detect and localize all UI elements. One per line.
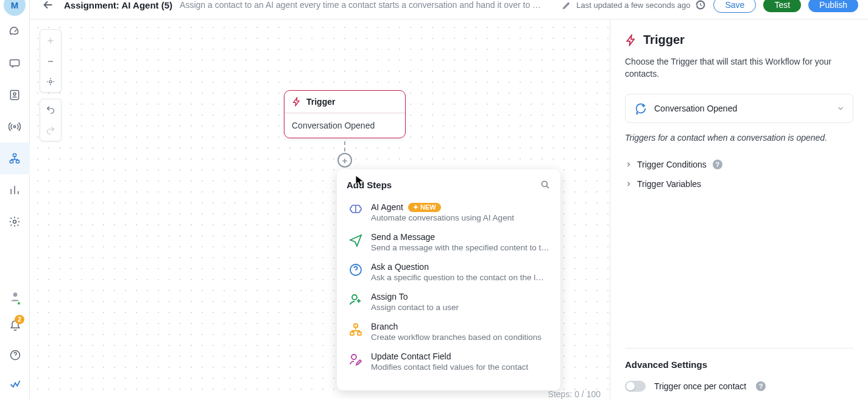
chat-icon xyxy=(9,57,21,69)
advanced-settings: Advanced Settings Trigger once per conta… xyxy=(625,348,853,399)
step-option-update-contact-field[interactable]: Update Contact Field Modifies contact fi… xyxy=(347,347,556,376)
sidebar-item-broadcast[interactable] xyxy=(0,111,30,143)
help-icon xyxy=(9,349,21,361)
svg-rect-15 xyxy=(354,324,358,327)
target-icon xyxy=(46,77,55,87)
new-badge: ✦ NEW xyxy=(408,203,441,212)
workflow-title[interactable]: Assignment: AI Agent (5) xyxy=(64,0,172,10)
trigger-variables-row[interactable]: Trigger Variables xyxy=(625,174,853,194)
step-title: Send a Message xyxy=(371,232,435,242)
publish-button[interactable]: Publish xyxy=(808,0,858,12)
assign-icon xyxy=(348,292,363,307)
step-option-ai-agent[interactable]: AI Agent ✦ NEW Automate conversations us… xyxy=(347,197,556,227)
chevron-right-icon xyxy=(625,180,632,188)
sidebar-item-inbox[interactable] xyxy=(0,48,30,79)
add-steps-popover: Add Steps AI Agent ✦ NEW Automate conver… xyxy=(337,169,560,390)
zoom-in-button[interactable]: ＋ xyxy=(40,30,61,51)
workflow-header: Assignment: AI Agent (5) Assign a contac… xyxy=(30,0,868,19)
advanced-settings-title: Advanced Settings xyxy=(625,359,853,370)
svg-point-8 xyxy=(13,292,17,297)
trigger-select[interactable]: Conversation Opened xyxy=(625,94,853,123)
step-title: Ask a Question xyxy=(371,262,429,272)
trigger-panel: Trigger Choose the Trigger that will sta… xyxy=(610,19,868,399)
pencil-icon xyxy=(562,1,571,10)
trigger-node-title: Trigger xyxy=(306,97,335,107)
brand-icon xyxy=(9,378,21,390)
trigger-select-label: Conversation Opened xyxy=(654,104,829,113)
sidebar-item-dashboard[interactable] xyxy=(0,16,30,48)
add-steps-title: Add Steps xyxy=(347,180,392,190)
help-icon[interactable]: ? xyxy=(756,381,766,391)
svg-rect-5 xyxy=(10,160,13,163)
fit-view-button[interactable] xyxy=(40,71,61,92)
gear-icon xyxy=(9,216,21,228)
lightning-icon xyxy=(292,97,302,107)
trigger-node[interactable]: Trigger Conversation Opened xyxy=(284,90,406,138)
sidebar-item-notifications[interactable]: 2 xyxy=(0,311,30,341)
contact-icon xyxy=(9,89,21,101)
sidebar-item-settings[interactable] xyxy=(0,206,30,238)
add-steps-list: AI Agent ✦ NEW Automate conversations us… xyxy=(347,197,558,386)
branch-icon xyxy=(348,322,363,337)
arrow-left-icon xyxy=(41,0,55,12)
test-button[interactable]: Test xyxy=(763,0,801,12)
step-desc: Create workflow branches based on condit… xyxy=(371,333,550,342)
save-button[interactable]: Save xyxy=(713,0,756,13)
workflow-canvas[interactable]: ＋ － Trigger Conversation Opened + Add St… xyxy=(30,19,610,399)
step-desc: Assign contact to a user xyxy=(371,303,550,312)
notification-badge: 2 xyxy=(15,315,24,324)
status-dot-online xyxy=(16,301,21,306)
sidebar-item-help[interactable] xyxy=(0,341,30,370)
step-title: Branch xyxy=(371,322,398,331)
step-title: AI Agent xyxy=(371,202,403,212)
svg-rect-16 xyxy=(350,332,354,335)
svg-rect-4 xyxy=(13,154,16,157)
send-icon xyxy=(348,233,363,247)
steps-counter: Steps: 0 / 100 xyxy=(548,389,601,399)
svg-point-12 xyxy=(542,181,547,186)
add-step-button[interactable]: + xyxy=(337,153,352,168)
step-desc: Send a message with the specified conten… xyxy=(371,243,550,252)
svg-point-14 xyxy=(352,295,357,300)
help-icon[interactable]: ? xyxy=(713,160,722,169)
sidebar-item-brand[interactable] xyxy=(0,370,30,399)
svg-rect-0 xyxy=(10,60,19,66)
lightning-icon xyxy=(625,34,637,46)
broadcast-icon xyxy=(9,121,21,133)
back-button[interactable] xyxy=(40,0,57,13)
sidebar-item-contacts[interactable] xyxy=(0,79,30,111)
undo-button[interactable] xyxy=(40,99,61,120)
trigger-conditions-row[interactable]: Trigger Conditions ? xyxy=(625,155,853,174)
step-desc: Modifies contact field values for the co… xyxy=(371,362,550,372)
panel-title: Trigger xyxy=(643,33,685,47)
svg-point-18 xyxy=(351,355,356,359)
step-option-send-message[interactable]: Send a Message Send a message with the s… xyxy=(347,227,556,257)
svg-point-7 xyxy=(13,221,16,224)
undo-icon xyxy=(46,105,55,115)
user-edit-icon xyxy=(348,352,363,367)
chevron-right-icon xyxy=(625,161,632,168)
step-option-assign-to[interactable]: Assign To Assign contact to a user xyxy=(347,287,556,317)
step-option-ask-question[interactable]: Ask a Question Ask a specific question t… xyxy=(347,257,556,287)
bars-icon xyxy=(9,184,21,196)
app-sidebar: M 2 xyxy=(0,0,30,399)
sidebar-item-agent-status[interactable] xyxy=(0,282,30,311)
trigger-once-toggle[interactable] xyxy=(625,381,646,392)
step-option-branch[interactable]: Branch Create workflow branches based on… xyxy=(347,317,556,347)
redo-icon xyxy=(46,125,55,135)
search-icon[interactable] xyxy=(540,179,551,190)
history-icon[interactable] xyxy=(695,0,706,10)
workspace-avatar[interactable]: M xyxy=(4,0,26,16)
last-updated-text: Last updated a few seconds ago xyxy=(576,1,690,10)
sidebar-item-reports[interactable] xyxy=(0,174,30,206)
sidebar-item-workflows[interactable] xyxy=(0,143,30,174)
chat-plus-icon xyxy=(633,102,647,115)
workflow-icon xyxy=(9,152,21,164)
step-desc: Ask a specific question to the contact o… xyxy=(371,273,550,282)
step-desc: Automate conversations using AI Agent xyxy=(371,213,550,222)
redo-button[interactable] xyxy=(40,120,61,141)
brain-icon xyxy=(348,203,363,217)
trigger-conditions-label: Trigger Conditions xyxy=(637,160,707,169)
zoom-out-button[interactable]: － xyxy=(40,51,61,71)
svg-point-11 xyxy=(49,80,52,83)
